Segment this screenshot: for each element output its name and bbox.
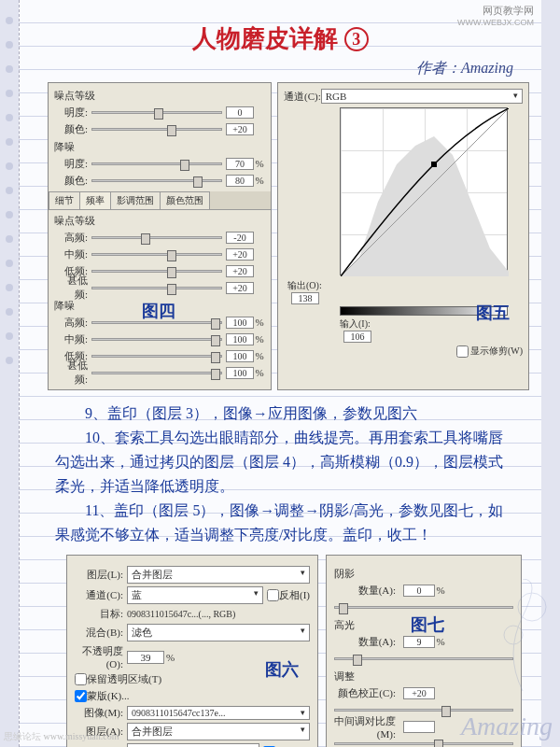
fig4-g1-row0: 明度:0: [54, 105, 265, 120]
image-select[interactable]: 0908311015647cc137e...▾: [127, 706, 310, 720]
channel-select[interactable]: RGB▾: [321, 89, 523, 104]
slider[interactable]: [91, 111, 222, 114]
channel-label: 通道(C):: [284, 90, 321, 104]
chevron-down-icon: ▾: [513, 91, 518, 102]
title-text: 人物磨皮详解: [192, 25, 338, 52]
invert-checkbox[interactable]: [267, 589, 279, 601]
figure-6-panel: 图层(L):合并图层▾ 通道(C):蓝▾反相(I) 目标:09083110156…: [66, 555, 318, 747]
mask-checkbox[interactable]: [75, 690, 87, 702]
output-value[interactable]: 138: [291, 292, 319, 304]
step-9: 9、盖印（图层 3），图像→应用图像，参数见图六: [55, 402, 515, 426]
layer-select[interactable]: 合并图层▾: [127, 566, 310, 584]
preserve-trans-checkbox[interactable]: [75, 673, 87, 685]
figure-5-panel: 通道(C): RGB▾ 输出(O): 138 输入(I): 106 显示修剪(W…: [277, 82, 529, 390]
fig5-label: 图五: [476, 302, 510, 324]
opacity-input[interactable]: 39: [127, 651, 164, 664]
slider[interactable]: [91, 179, 222, 182]
page: 网页教学网 WWW.WEBJX.COM 人物磨皮详解 3 作者：Amazing …: [19, 0, 541, 747]
svg-point-3: [518, 593, 546, 621]
watermark: 网页教学网 WWW.WEBJX.COM: [457, 4, 534, 27]
step-10: 10、套索工具勾选出眼睛部分，曲线提亮。再用套索工具将嘴唇勾选出来，通过拷贝的图…: [55, 426, 515, 499]
fig7-label: 图七: [411, 613, 444, 636]
figure-4-panel: 噪点等级 明度:0 颜色:+20 降噪 明度:70% 颜色:80% 细节 频率 …: [48, 82, 272, 390]
fig4-group1-title: 噪点等级: [54, 89, 265, 103]
slider[interactable]: [91, 128, 222, 131]
fig4-tabs: 细节 频率 影调范围 颜色范围: [49, 191, 271, 210]
fig4-label: 图四: [142, 300, 175, 322]
signature: Amazing: [461, 712, 553, 741]
footer: 思缘论坛 www.missyuan.com: [4, 730, 119, 743]
watermark-line1: 网页教学网: [457, 4, 534, 18]
author-line: 作者：Amazing: [20, 59, 541, 78]
tab-frequency[interactable]: 频率: [79, 191, 111, 209]
tab-detail[interactable]: 细节: [49, 191, 80, 209]
input-value[interactable]: 106: [343, 331, 371, 343]
fig6-label: 图六: [265, 658, 299, 681]
step-11: 11、盖印（图层 5），图像→调整→阴影/高光，参数见图七，如果感觉不够立体，适…: [55, 499, 515, 547]
curves-graph[interactable]: [340, 107, 508, 275]
svg-point-4: [504, 626, 523, 644]
tab-tone[interactable]: 影调范围: [110, 191, 161, 209]
channel-select[interactable]: 蓝▾: [127, 586, 263, 604]
show-clipping-checkbox[interactable]: [456, 345, 469, 358]
slider[interactable]: [91, 162, 222, 165]
title-number: 3: [344, 27, 369, 51]
tab-color[interactable]: 颜色范围: [160, 191, 210, 209]
blend-select[interactable]: 滤色▾: [127, 624, 310, 641]
midtone-value[interactable]: +11: [403, 721, 435, 733]
svg-marker-0: [341, 136, 509, 276]
fig4-group2-title: 降噪: [54, 140, 265, 154]
body-text: 9、盖印（图层 3），图像→应用图像，参数见图六 10、套索工具勾选出眼睛部分，…: [20, 394, 541, 555]
top-panels: 噪点等级 明度:0 颜色:+20 降噪 明度:70% 颜色:80% 细节 频率 …: [20, 78, 541, 394]
decorative-flourish: [485, 579, 560, 691]
watermark-line2: WWW.WEBJX.COM: [457, 18, 534, 27]
svg-rect-2: [431, 162, 437, 167]
